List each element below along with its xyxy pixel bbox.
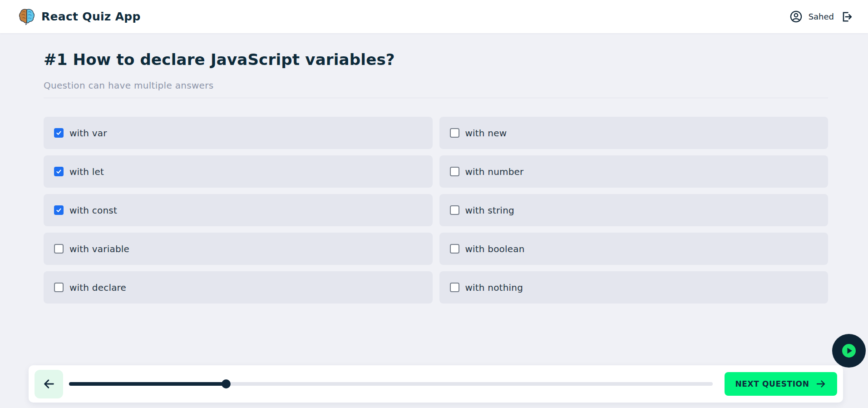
answer-option-label: with new [465,128,507,139]
answer-options-grid: with var with new with let with number [44,117,828,304]
footer-nav-bar: NEXT QUESTION [29,365,843,403]
answer-option-label: with number [465,166,524,177]
slider-thumb[interactable] [222,379,231,388]
app-title: React Quiz App [41,10,141,23]
checkbox[interactable] [54,167,64,176]
arrow-right-icon [815,378,826,389]
question-subtitle: Question can have multiple answers [44,80,828,91]
answer-option-label: with declare [69,282,126,293]
answer-option-label: with const [69,205,117,216]
checkbox[interactable] [450,128,459,138]
answer-option-label: with boolean [465,244,525,254]
play-icon [842,343,856,358]
checkbox[interactable] [450,244,459,254]
checkbox[interactable] [54,128,64,138]
checkbox[interactable] [450,205,459,215]
answer-option[interactable]: with string [439,194,829,226]
checkbox[interactable] [54,244,64,254]
previous-question-button[interactable] [35,370,63,398]
checkbox[interactable] [54,205,64,215]
username: Sahed [809,12,834,21]
answer-option[interactable]: with new [439,117,829,149]
next-question-label: NEXT QUESTION [735,379,809,388]
next-question-button[interactable]: NEXT QUESTION [725,372,837,396]
answer-option[interactable]: with var [44,117,433,149]
answer-option-label: with nothing [465,282,523,293]
answer-option-label: with variable [69,244,129,254]
checkbox[interactable] [54,283,64,292]
header: React Quiz App Sahed [0,0,868,33]
answer-option[interactable]: with variable [44,233,433,265]
answer-option[interactable]: with const [44,194,433,226]
logout-button[interactable] [840,10,853,24]
person-circle-icon [789,10,803,23]
answer-option[interactable]: with number [439,155,829,188]
checkbox[interactable] [450,167,459,176]
question-panel: #1 How to declare JavaScript variables? … [0,33,868,304]
brain-logo-icon [18,7,35,26]
answer-option-label: with var [69,128,107,139]
answer-option[interactable]: with declare [44,271,433,304]
answer-option-label: with string [465,205,514,216]
quiz-app-page: React Quiz App Sahed [0,0,868,408]
answer-option[interactable]: with let [44,155,433,188]
answer-option-label: with let [69,166,104,177]
slider-fill [69,382,226,386]
arrow-left-icon [42,377,56,391]
answer-option[interactable]: with boolean [439,233,829,265]
divider [44,98,828,98]
progress-slider[interactable] [69,379,713,388]
answer-option[interactable]: with nothing [439,271,829,304]
video-play-fab-button[interactable] [832,334,866,368]
logout-icon [840,10,853,23]
checkbox[interactable] [450,283,459,292]
user-area: Sahed [789,10,853,24]
question-title: #1 How to declare JavaScript variables? [44,50,828,69]
